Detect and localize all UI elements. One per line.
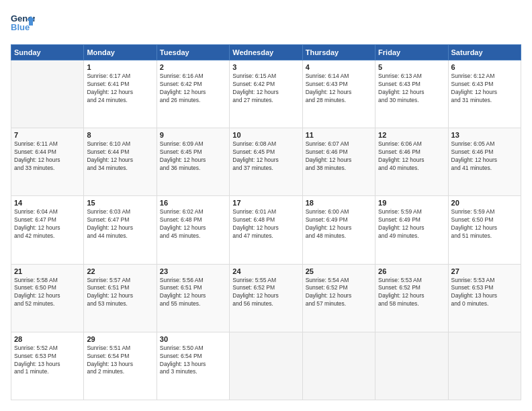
day-number: 12 — [378, 131, 445, 139]
calendar-day-cell: 26Sunrise: 5:53 AM Sunset: 6:52 PM Dayli… — [375, 264, 448, 332]
weekday-header-cell: Thursday — [302, 45, 375, 60]
logo: General Blue — [11, 11, 35, 38]
day-info: Sunrise: 6:13 AM Sunset: 6:43 PM Dayligh… — [378, 73, 445, 105]
day-number: 25 — [306, 267, 372, 275]
day-info: Sunrise: 5:56 AM Sunset: 6:51 PM Dayligh… — [160, 277, 226, 309]
day-info: Sunrise: 6:16 AM Sunset: 6:42 PM Dayligh… — [160, 73, 226, 105]
calendar-day-cell: 17Sunrise: 6:01 AM Sunset: 6:48 PM Dayli… — [230, 196, 302, 264]
weekday-header-cell: Friday — [375, 45, 448, 60]
calendar-day-cell: 1Sunrise: 6:17 AM Sunset: 6:41 PM Daylig… — [84, 60, 157, 128]
day-number: 24 — [232, 267, 299, 275]
calendar-day-cell: 2Sunrise: 6:16 AM Sunset: 6:42 PM Daylig… — [157, 60, 229, 128]
day-info: Sunrise: 5:53 AM Sunset: 6:53 PM Dayligh… — [451, 277, 518, 309]
day-number: 15 — [87, 199, 153, 207]
day-info: Sunrise: 6:08 AM Sunset: 6:45 PM Dayligh… — [232, 140, 299, 173]
day-info: Sunrise: 6:01 AM Sunset: 6:48 PM Dayligh… — [232, 208, 299, 240]
calendar-day-cell: 11Sunrise: 6:07 AM Sunset: 6:46 PM Dayli… — [302, 128, 375, 196]
calendar-day-cell — [11, 60, 84, 128]
calendar-day-cell: 28Sunrise: 5:52 AM Sunset: 6:53 PM Dayli… — [11, 332, 84, 400]
calendar-day-cell: 27Sunrise: 5:53 AM Sunset: 6:53 PM Dayli… — [448, 264, 521, 332]
day-info: Sunrise: 5:57 AM Sunset: 6:51 PM Dayligh… — [87, 277, 153, 309]
day-info: Sunrise: 5:51 AM Sunset: 6:54 PM Dayligh… — [87, 345, 153, 377]
weekday-header-cell: Monday — [84, 45, 157, 60]
day-number: 20 — [451, 199, 518, 207]
day-number: 7 — [14, 131, 81, 139]
day-number: 8 — [87, 131, 153, 139]
weekday-header-cell: Saturday — [448, 45, 521, 60]
day-number: 17 — [232, 199, 299, 207]
day-info: Sunrise: 6:15 AM Sunset: 6:42 PM Dayligh… — [232, 73, 299, 105]
day-info: Sunrise: 6:02 AM Sunset: 6:48 PM Dayligh… — [160, 208, 226, 240]
calendar-day-cell: 24Sunrise: 5:55 AM Sunset: 6:52 PM Dayli… — [230, 264, 302, 332]
calendar-day-cell: 4Sunrise: 6:14 AM Sunset: 6:43 PM Daylig… — [302, 60, 375, 128]
logo-icon: General Blue — [11, 11, 35, 38]
day-number: 29 — [87, 335, 153, 343]
weekday-header-cell: Tuesday — [157, 45, 229, 60]
calendar-day-cell: 3Sunrise: 6:15 AM Sunset: 6:42 PM Daylig… — [230, 60, 302, 128]
day-info: Sunrise: 6:14 AM Sunset: 6:43 PM Dayligh… — [306, 73, 372, 105]
day-info: Sunrise: 5:53 AM Sunset: 6:52 PM Dayligh… — [378, 277, 445, 309]
calendar-week-row: 21Sunrise: 5:58 AM Sunset: 6:50 PM Dayli… — [11, 264, 521, 332]
calendar-day-cell: 19Sunrise: 5:59 AM Sunset: 6:49 PM Dayli… — [375, 196, 448, 264]
day-info: Sunrise: 5:52 AM Sunset: 6:53 PM Dayligh… — [14, 345, 81, 377]
calendar-day-cell: 29Sunrise: 5:51 AM Sunset: 6:54 PM Dayli… — [84, 332, 157, 400]
page: General Blue SundayMondayTuesdayWednesda… — [0, 0, 532, 411]
day-number: 6 — [451, 63, 518, 71]
day-info: Sunrise: 5:58 AM Sunset: 6:50 PM Dayligh… — [14, 277, 81, 309]
day-info: Sunrise: 6:06 AM Sunset: 6:46 PM Dayligh… — [378, 140, 445, 173]
calendar-day-cell: 21Sunrise: 5:58 AM Sunset: 6:50 PM Dayli… — [11, 264, 84, 332]
calendar-day-cell: 15Sunrise: 6:03 AM Sunset: 6:47 PM Dayli… — [84, 196, 157, 264]
day-number: 14 — [14, 199, 81, 207]
calendar-day-cell: 14Sunrise: 6:04 AM Sunset: 6:47 PM Dayli… — [11, 196, 84, 264]
day-number: 28 — [14, 335, 81, 343]
calendar-day-cell — [230, 332, 302, 400]
day-info: Sunrise: 5:55 AM Sunset: 6:52 PM Dayligh… — [232, 277, 299, 309]
day-info: Sunrise: 6:10 AM Sunset: 6:44 PM Dayligh… — [87, 140, 153, 173]
day-number: 11 — [306, 131, 372, 139]
day-number: 9 — [160, 131, 226, 139]
svg-text:Blue: Blue — [11, 22, 30, 32]
calendar-day-cell — [302, 332, 375, 400]
day-info: Sunrise: 5:59 AM Sunset: 6:50 PM Dayligh… — [451, 208, 518, 240]
calendar-day-cell: 30Sunrise: 5:50 AM Sunset: 6:54 PM Dayli… — [157, 332, 229, 400]
day-number: 23 — [160, 267, 226, 275]
calendar-day-cell: 16Sunrise: 6:02 AM Sunset: 6:48 PM Dayli… — [157, 196, 229, 264]
day-info: Sunrise: 5:50 AM Sunset: 6:54 PM Dayligh… — [160, 345, 226, 377]
calendar-day-cell: 13Sunrise: 6:05 AM Sunset: 6:46 PM Dayli… — [448, 128, 521, 196]
calendar-day-cell — [448, 332, 521, 400]
calendar-day-cell: 12Sunrise: 6:06 AM Sunset: 6:46 PM Dayli… — [375, 128, 448, 196]
calendar-day-cell: 22Sunrise: 5:57 AM Sunset: 6:51 PM Dayli… — [84, 264, 157, 332]
weekday-header-cell: Wednesday — [230, 45, 302, 60]
day-number: 2 — [160, 63, 226, 71]
weekday-header-row: SundayMondayTuesdayWednesdayThursdayFrid… — [11, 45, 521, 60]
day-info: Sunrise: 5:54 AM Sunset: 6:52 PM Dayligh… — [306, 277, 372, 309]
day-number: 27 — [451, 267, 518, 275]
calendar-day-cell: 18Sunrise: 6:00 AM Sunset: 6:49 PM Dayli… — [302, 196, 375, 264]
day-number: 1 — [87, 63, 153, 71]
day-info: Sunrise: 6:11 AM Sunset: 6:44 PM Dayligh… — [14, 140, 81, 173]
day-number: 22 — [87, 267, 153, 275]
day-info: Sunrise: 6:04 AM Sunset: 6:47 PM Dayligh… — [14, 208, 81, 240]
day-info: Sunrise: 5:59 AM Sunset: 6:49 PM Dayligh… — [378, 208, 445, 240]
weekday-header-cell: Sunday — [11, 45, 84, 60]
day-number: 21 — [14, 267, 81, 275]
calendar-day-cell — [375, 332, 448, 400]
calendar-day-cell: 7Sunrise: 6:11 AM Sunset: 6:44 PM Daylig… — [11, 128, 84, 196]
day-number: 4 — [306, 63, 372, 71]
header: General Blue — [11, 11, 521, 38]
day-info: Sunrise: 6:07 AM Sunset: 6:46 PM Dayligh… — [306, 140, 372, 173]
calendar-day-cell: 20Sunrise: 5:59 AM Sunset: 6:50 PM Dayli… — [448, 196, 521, 264]
calendar-week-row: 1Sunrise: 6:17 AM Sunset: 6:41 PM Daylig… — [11, 60, 521, 128]
day-number: 10 — [232, 131, 299, 139]
calendar-day-cell: 6Sunrise: 6:12 AM Sunset: 6:43 PM Daylig… — [448, 60, 521, 128]
calendar-week-row: 28Sunrise: 5:52 AM Sunset: 6:53 PM Dayli… — [11, 332, 521, 400]
day-info: Sunrise: 6:17 AM Sunset: 6:41 PM Dayligh… — [87, 73, 153, 105]
day-number: 18 — [306, 199, 372, 207]
calendar-table: SundayMondayTuesdayWednesdayThursdayFrid… — [11, 44, 521, 400]
day-number: 19 — [378, 199, 445, 207]
calendar-week-row: 14Sunrise: 6:04 AM Sunset: 6:47 PM Dayli… — [11, 196, 521, 264]
calendar-day-cell: 23Sunrise: 5:56 AM Sunset: 6:51 PM Dayli… — [157, 264, 229, 332]
day-number: 26 — [378, 267, 445, 275]
day-info: Sunrise: 6:03 AM Sunset: 6:47 PM Dayligh… — [87, 208, 153, 240]
day-info: Sunrise: 6:12 AM Sunset: 6:43 PM Dayligh… — [451, 73, 518, 105]
